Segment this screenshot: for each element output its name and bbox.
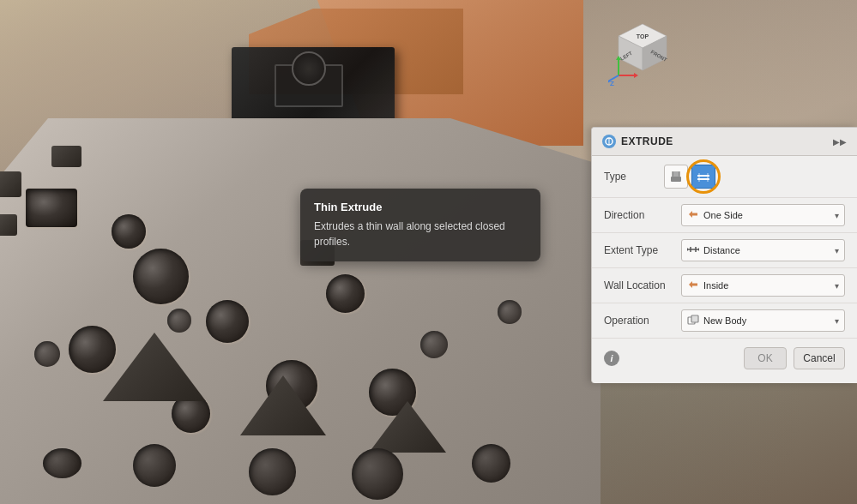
wall-icon — [687, 279, 699, 293]
type-row: Type — [592, 156, 857, 198]
dark-part-cylinder — [292, 51, 326, 86]
operation-select-left: New Body — [687, 314, 746, 328]
wall-chevron-icon: ▾ — [835, 281, 839, 291]
extent-row: Extent Type Distance ▾ — [592, 233, 857, 268]
rect-cutout-1 — [0, 171, 21, 197]
type-icon-thin-wrapper — [691, 165, 715, 189]
wall-select-left: Inside — [687, 279, 728, 293]
bottom-hole-5 — [472, 444, 510, 483]
nav-cube[interactable]: TOP LEFT FRONT Z — [608, 17, 677, 86]
extent-label: Extent Type — [604, 244, 681, 256]
rect-cutout-3 — [51, 146, 81, 167]
bottom-hole-3 — [249, 448, 296, 495]
small-hole-4 — [498, 300, 522, 324]
circ-hole-7 — [112, 214, 146, 249]
operation-label: Operation — [604, 315, 681, 327]
operation-icon — [687, 314, 699, 328]
extent-select-left: Distance — [687, 243, 740, 258]
extent-icon — [687, 243, 699, 258]
direction-select-left: One Side — [687, 208, 743, 223]
circ-hole-1 — [69, 326, 116, 373]
tooltip-body: Extrudes a thin wall along selected clos… — [314, 219, 527, 249]
rect-hole-1 — [26, 189, 77, 227]
panel-header: EXTRUDE ▶▶ — [592, 128, 857, 156]
panel-expand-button[interactable]: ▶▶ — [833, 137, 847, 147]
svg-marker-25 — [689, 281, 697, 288]
svg-marker-19 — [689, 211, 697, 218]
nav-cube-svg: TOP LEFT FRONT Z — [608, 17, 677, 86]
direction-label: Direction — [604, 209, 681, 221]
svg-marker-4 — [634, 73, 638, 78]
circ-hole-2 — [133, 249, 189, 304]
svg-marker-21 — [687, 248, 688, 251]
info-button[interactable]: i — [604, 351, 619, 366]
small-hole-2 — [167, 309, 191, 333]
panel-title: EXTRUDE — [621, 135, 673, 147]
cube-top-label: TOP — [637, 33, 649, 39]
circ-hole-5 — [326, 274, 365, 313]
tooltip-title: Thin Extrude — [314, 201, 527, 213]
wall-row: Wall Location Inside ▾ — [592, 268, 857, 303]
direction-select[interactable]: One Side ▾ — [681, 204, 845, 226]
panel-header-left: EXTRUDE — [602, 135, 673, 148]
buttons-row: i OK Cancel — [592, 339, 857, 373]
svg-rect-11 — [671, 177, 681, 182]
type-icons — [664, 165, 715, 189]
direction-icon — [687, 208, 699, 223]
bottom-hole-4 — [352, 448, 403, 500]
rect-cutout-2 — [0, 214, 17, 236]
wall-label: Wall Location — [604, 279, 681, 291]
operation-chevron-icon: ▾ — [835, 316, 839, 326]
type-label: Type — [604, 171, 664, 183]
extent-chevron-icon: ▾ — [835, 246, 839, 255]
direction-value: One Side — [703, 210, 743, 220]
small-hole-3 — [420, 331, 448, 358]
z-axis-label: Z — [610, 80, 614, 86]
svg-marker-22 — [698, 248, 699, 251]
type-icon-regular[interactable] — [664, 165, 688, 189]
operation-select[interactable]: New Body ▾ — [681, 309, 845, 332]
circ-hole-3 — [206, 300, 249, 343]
direction-row: Direction One Side ▾ — [592, 198, 857, 233]
svg-rect-12 — [673, 171, 679, 177]
bottom-hole-1 — [43, 448, 81, 478]
cancel-button[interactable]: Cancel — [794, 347, 845, 369]
type-icon-thin[interactable] — [691, 165, 715, 189]
operation-row: Operation New Body ▾ — [592, 303, 857, 339]
extrude-panel: EXTRUDE ▶▶ Type — [591, 127, 857, 383]
extrude-icon — [602, 135, 616, 148]
tooltip: Thin Extrude Extrudes a thin wall along … — [300, 189, 540, 261]
extent-select[interactable]: Distance ▾ — [681, 239, 845, 261]
wall-value: Inside — [703, 280, 728, 291]
operation-value: New Body — [703, 315, 746, 326]
svg-rect-27 — [691, 315, 698, 322]
wall-select[interactable]: Inside ▾ — [681, 274, 845, 297]
extent-value: Distance — [703, 245, 740, 255]
ok-button[interactable]: OK — [744, 347, 787, 369]
bottom-hole-2 — [133, 444, 176, 487]
direction-chevron-icon: ▾ — [835, 211, 839, 220]
small-hole-1 — [34, 341, 60, 367]
